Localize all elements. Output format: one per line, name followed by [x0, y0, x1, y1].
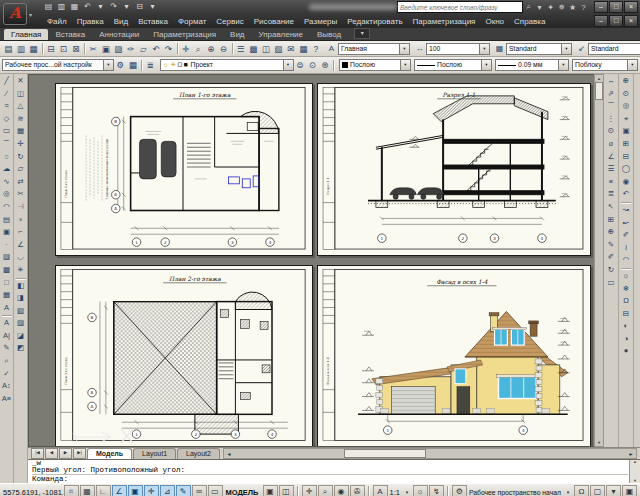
layer-off-icon[interactable]: ⊟	[620, 308, 632, 321]
rotate-icon[interactable]: ↻	[15, 151, 27, 164]
menu-parametric[interactable]: Параметризация	[408, 17, 481, 26]
app-menu-button[interactable]: A ▾	[3, 2, 37, 26]
mleader-style-value[interactable]: Standard	[588, 43, 640, 55]
status-tray-arrow-icon[interactable]: ▾	[606, 485, 621, 496]
qat-save-icon[interactable]: ▦	[68, 1, 81, 13]
menu-help[interactable]: Справка	[509, 17, 550, 26]
markup-icon[interactable]: ✉	[285, 43, 298, 55]
hatch-icon[interactable]: ▨	[1, 251, 13, 264]
menu-view[interactable]: Вид	[109, 17, 133, 26]
status-tray-icon[interactable]: ▢	[590, 485, 605, 496]
isolate-objects-icon[interactable]: ◪	[15, 330, 27, 343]
help-icon[interactable]: ?	[578, 3, 589, 12]
tab-layout1[interactable]: Layout1	[133, 448, 176, 459]
pedit-icon[interactable]: ↝	[620, 204, 632, 217]
draworder-front-icon[interactable]: ◧	[15, 280, 27, 293]
zoom-object-icon[interactable]: ▣	[620, 125, 632, 138]
favorites-icon[interactable]: ★	[567, 3, 578, 12]
polar-toggle[interactable]: ∠	[112, 485, 127, 496]
canvas-horizontal-scrollbar[interactable]: ◄ ►	[223, 448, 637, 459]
lock-ui-icon[interactable]: Ω	[574, 485, 589, 496]
quickcalc-icon[interactable]: ▦	[297, 43, 310, 55]
menu-draw[interactable]: Рисование	[249, 17, 299, 26]
annotation-autoscale-icon[interactable]: ↯	[429, 485, 444, 496]
quick-view-drawings-icon[interactable]: ◫	[279, 485, 294, 496]
doc-close-button[interactable]: ×	[624, 15, 638, 27]
zoom-previous-icon[interactable]: ⊖	[217, 43, 230, 55]
zoom-previous-icon[interactable]: ↶	[620, 188, 632, 201]
plotstyle-value[interactable]: Поблоку	[572, 59, 628, 71]
revision-cloud-icon[interactable]: ☁	[1, 163, 13, 176]
dim-baseline-icon[interactable]: ≡	[605, 176, 617, 189]
erase-icon[interactable]: ✕	[15, 75, 27, 88]
clean-screen-icon[interactable]: ▣	[622, 485, 637, 496]
qat-customize-icon[interactable]: ▾	[146, 1, 159, 13]
rectangle-icon[interactable]: ▭	[1, 125, 13, 138]
layer-previous-icon[interactable]: ⊜	[294, 59, 307, 71]
dim-style-value[interactable]: 100	[426, 43, 480, 55]
workspace-switcher[interactable]: Рабочее пространство начал	[469, 489, 561, 496]
search-input[interactable]	[397, 1, 523, 13]
workspace-save-icon[interactable]: ▦	[127, 59, 140, 71]
tab-first-icon[interactable]: |◀	[31, 448, 44, 459]
point-icon[interactable]: ·	[1, 239, 13, 252]
polygon-icon[interactable]: ◇	[1, 113, 13, 126]
workspace-settings-icon[interactable]: ⚙	[114, 59, 127, 71]
copy-object-icon[interactable]: ◫	[15, 88, 27, 101]
dropdown-arrow-icon[interactable]: ▾	[482, 59, 492, 71]
extend-icon[interactable]: ⊣	[15, 201, 27, 214]
scroll-down-icon[interactable]: ▼	[597, 439, 601, 446]
menu-format[interactable]: Формат	[173, 17, 211, 26]
text-style-value[interactable]: Главная	[338, 43, 400, 55]
qat-plot-icon[interactable]: ⊟	[133, 1, 146, 13]
dim-continue-icon[interactable]: ≣	[605, 188, 617, 201]
coordinates-readout[interactable]: 5575.6191, -1081.6714, 0.0000	[3, 488, 63, 496]
spellcheck-icon[interactable]: ✓	[1, 368, 13, 381]
tab-last-icon[interactable]: ▶|	[73, 448, 86, 459]
command-scrollbar[interactable]: ▲ ▼	[629, 460, 640, 483]
tolerance-icon[interactable]: ⊞	[605, 214, 617, 227]
chamfer-icon[interactable]: ∠	[15, 239, 27, 252]
dim-update-icon[interactable]: ↻	[605, 264, 617, 277]
save-icon[interactable]: ▦	[27, 43, 40, 55]
arc-edit-icon[interactable]: ◠	[620, 254, 632, 267]
tab-prev-icon[interactable]: ◀	[45, 448, 58, 459]
workspace-gear-icon[interactable]: ⚙	[452, 485, 467, 496]
dim-ordinate-icon[interactable]: ⋮	[605, 113, 617, 126]
pan-icon[interactable]: ✛	[302, 485, 317, 496]
grid-toggle[interactable]: ▦	[80, 485, 95, 496]
dim-edit-icon[interactable]: ✎	[605, 239, 617, 252]
zoom-realtime-icon[interactable]: ⌕	[192, 43, 205, 55]
dim-quick-icon[interactable]: ☰	[605, 163, 617, 176]
layer-freeze-tool-icon[interactable]: ❄	[620, 283, 632, 296]
layer-isolate-icon[interactable]: ⊛	[319, 59, 332, 71]
command-window[interactable]: _w Первый угол: Противоположный угол: Ко…	[28, 459, 640, 483]
dropdown-arrow-icon[interactable]: ▾	[402, 489, 412, 495]
join-icon[interactable]: ⌐	[15, 226, 27, 239]
zoom-center-icon[interactable]: ⌖	[620, 113, 632, 126]
tab-next-icon[interactable]: ▶	[59, 448, 72, 459]
gradient-icon[interactable]: ▩	[1, 264, 13, 277]
center-mark-icon[interactable]: ⊕	[605, 226, 617, 239]
zoom-extents-icon[interactable]: ◉	[620, 176, 632, 189]
curve-icon[interactable]: ≀	[620, 242, 632, 255]
maximize-button[interactable]: □	[609, 1, 623, 13]
text-justify-icon[interactable]: A≡	[1, 393, 13, 406]
layer-walk-icon[interactable]: ☼	[620, 270, 632, 283]
doc-restore-button[interactable]: □	[609, 15, 623, 27]
arc-icon[interactable]: ⌒	[1, 138, 13, 151]
qat-undo-arrow-icon[interactable]: ▾	[94, 1, 107, 13]
lwt-toggle[interactable]: ═	[192, 485, 207, 496]
ellipse-arc-icon[interactable]: ◠	[1, 201, 13, 214]
pan-icon[interactable]: ✛	[180, 43, 193, 55]
copy-icon[interactable]: ▣	[100, 43, 113, 55]
qat-redo-icon[interactable]: ↷	[107, 1, 120, 13]
table-style-value[interactable]: Standard	[506, 43, 562, 55]
hatch-edit-icon[interactable]: ✐	[620, 229, 632, 242]
linetype-value[interactable]: Послою	[414, 59, 482, 71]
scroll-down-icon[interactable]: ▼	[634, 479, 636, 483]
color-value[interactable]: Послою	[339, 59, 401, 71]
offset-icon[interactable]: ≋	[15, 113, 27, 126]
scroll-up-icon[interactable]: ▲	[597, 75, 601, 82]
dropdown-arrow-icon[interactable]: ▾	[563, 489, 573, 495]
